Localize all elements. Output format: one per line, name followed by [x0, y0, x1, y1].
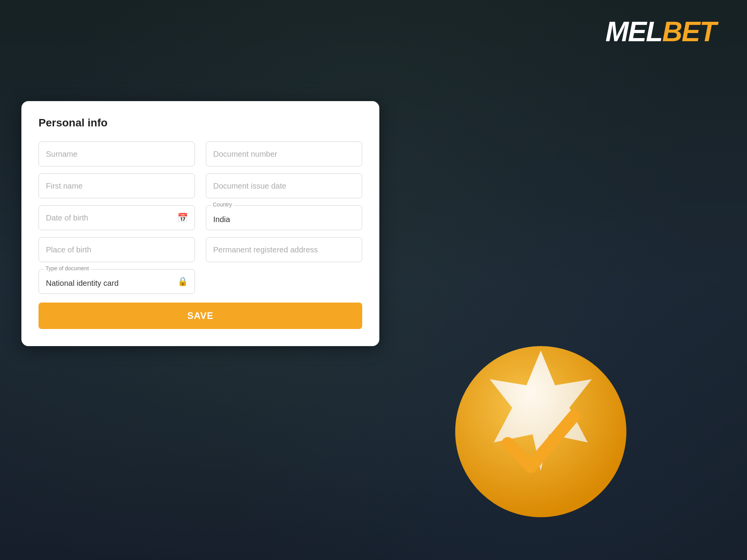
type-of-document-field: Type of document 🔒: [39, 269, 195, 294]
country-input[interactable]: [206, 205, 362, 230]
verification-badge: [444, 327, 638, 521]
form-title: Personal info: [39, 117, 362, 129]
document-number-field: [206, 142, 362, 166]
permanent-address-field: [206, 237, 362, 262]
empty-cell: [206, 269, 362, 294]
surname-input[interactable]: [39, 142, 195, 166]
logo-mel: MEL: [605, 16, 662, 47]
country-field: Country: [206, 205, 362, 230]
save-button[interactable]: SAVE: [39, 303, 362, 329]
date-of-birth-field: 📅: [39, 205, 195, 230]
permanent-address-input[interactable]: [206, 237, 362, 262]
first-name-input[interactable]: [39, 173, 195, 198]
document-issue-date-field: [206, 173, 362, 198]
logo: MEL BET: [605, 16, 716, 47]
type-of-document-label: Type of document: [44, 265, 90, 271]
form-grid: 📅 Country Type of document 🔒 SAVE: [39, 142, 362, 329]
surname-field: [39, 142, 195, 166]
place-of-birth-input[interactable]: [39, 237, 195, 262]
personal-info-form: Personal info 📅 Country: [21, 101, 379, 346]
first-name-field: [39, 173, 195, 198]
document-number-input[interactable]: [206, 142, 362, 166]
type-of-document-input[interactable]: [39, 269, 195, 294]
country-label: Country: [211, 201, 233, 208]
logo-bet: BET: [662, 16, 716, 47]
document-issue-date-input[interactable]: [206, 173, 362, 198]
date-of-birth-input[interactable]: [39, 205, 195, 230]
place-of-birth-field: [39, 237, 195, 262]
